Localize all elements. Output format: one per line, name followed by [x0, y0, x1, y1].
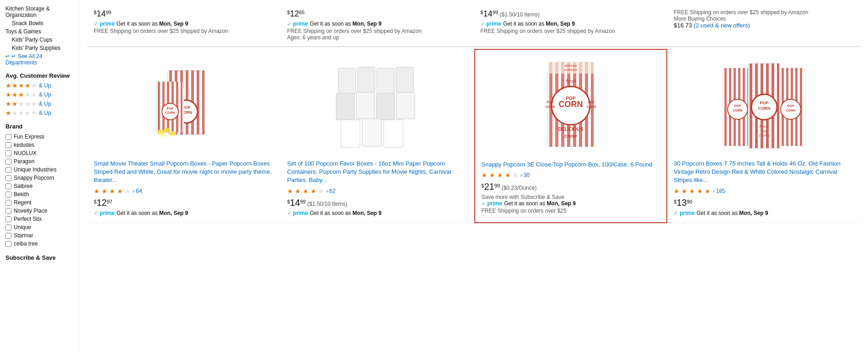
brand-checkbox-novelty-place[interactable] [5, 208, 11, 214]
svg-rect-44 [591, 62, 594, 147]
review-count-1[interactable]: › 64 [133, 188, 142, 194]
shipping-1: FREE Shipping on orders over $25 shipped… [94, 28, 274, 34]
svg-text:POP: POP [167, 107, 174, 110]
sidebar-category-toys[interactable]: Toys & Games [5, 27, 74, 36]
product-title-2[interactable]: Set of 100 Popcorn Favor Boxes - 16oz Mi… [287, 160, 468, 185]
svg-text:POP: POP [588, 101, 595, 104]
star-row-4[interactable]: ★ ★ ★ ★ ★ & Up [5, 82, 74, 89]
brand-checkbox-paragon[interactable] [5, 159, 11, 165]
brand-regent[interactable]: Regent [5, 198, 74, 207]
sidebar-category-kitchen[interactable]: Kitchen Storage & Organization [5, 5, 74, 19]
prime-badge-2: prime [293, 21, 308, 27]
brand-checkbox-regent[interactable] [5, 200, 11, 206]
brand-starmar[interactable]: Starmar [5, 231, 74, 240]
top-row: $1499 ✓ prime Get it as soon as Mon, Sep… [87, 5, 861, 47]
product-stars-1[interactable]: ★ ★ ★ ★ ★ › 64 [94, 187, 274, 195]
brand-checkbox-unique[interactable] [5, 225, 11, 230]
svg-rect-29 [336, 93, 354, 120]
brand-bekith[interactable]: Bekith [5, 190, 74, 198]
brand-checkbox-ceiba-tree[interactable] [5, 241, 11, 247]
star-h1: ★ [117, 187, 123, 195]
brand-fun-express[interactable]: Fun Express [5, 133, 74, 141]
svg-text:CORN: CORN [546, 105, 555, 108]
brand-unique-industries[interactable]: Unique Industries [5, 166, 74, 174]
brand-checkbox-starmar[interactable] [5, 233, 11, 239]
brand-nuolux[interactable]: NUOLUX [5, 149, 74, 157]
sidebar-category-cups[interactable]: Kids' Party Cups [5, 36, 74, 44]
star-e1: ★ [125, 187, 131, 195]
brand-checkbox-fun-express[interactable] [5, 134, 11, 140]
shipping-2: FREE Shipping on orders over $25 shipped… [287, 28, 468, 34]
and-up-3: & Up [39, 91, 51, 98]
svg-rect-34 [362, 119, 381, 146]
shipping-product-3: FREE Shipping on orders over $25 [482, 208, 660, 214]
brand-checkbox-bekith[interactable] [5, 192, 11, 198]
see-all-departments[interactable]: ↵ ↵ See All 24 Departments [5, 53, 74, 66]
prime-row-2: ✓ prime Get it as soon as Mon, Sep 9 [287, 21, 468, 27]
popcorn-image-1: POP CORN POP CORN [145, 57, 223, 153]
svg-text:Fresh: Fresh [759, 124, 769, 128]
review-count-3[interactable]: › 30 [520, 172, 530, 178]
popcorn-image-2 [329, 59, 425, 150]
brand-checkbox-unique-industries[interactable] [5, 167, 11, 173]
review-count-4[interactable]: › 185 [713, 188, 725, 194]
product-title-1[interactable]: Small Movie Theater Small Popcorn Boxes … [94, 160, 274, 185]
svg-rect-7 [202, 70, 204, 134]
product-stars-2[interactable]: ★ ★ ★ ★ ★ › 62 [287, 187, 468, 195]
svg-rect-6 [197, 70, 199, 134]
brand-paragon[interactable]: Paragon [5, 157, 74, 166]
sidebar: Kitchen Storage & Organization Snack Bow… [0, 0, 80, 353]
divider [87, 47, 861, 47]
prime-row-3: ✓ prime Get it as soon as Mon, Sep 9 [481, 21, 661, 27]
star-row-2[interactable]: ★ ★ ★ ★ ★ & Up [5, 100, 74, 107]
product-stars-4[interactable]: ★ ★ ★ ★ ★ › 185 [674, 187, 854, 195]
stars-2up: ★ ★ ★ ★ ★ [5, 100, 37, 107]
product-image-4: POP CORN POP CORN [674, 54, 854, 155]
svg-rect-25 [338, 68, 356, 93]
main-content: $1499 ✓ prime Get it as soon as Mon, Sep… [80, 0, 868, 353]
svg-text:CRISP: CRISP [564, 134, 577, 139]
star4: ★ [25, 82, 31, 89]
product-image-1: POP CORN POP CORN [94, 54, 274, 155]
brand-unique[interactable]: Unique [5, 223, 74, 231]
svg-rect-33 [341, 120, 360, 147]
more-buying-link[interactable]: (2 used & new offers) [694, 22, 750, 29]
brand-kedudes[interactable]: kedudes [5, 141, 74, 149]
review-count-2[interactable]: › 62 [326, 188, 336, 194]
stars-4up: ★ ★ ★ ★ ★ [5, 82, 37, 89]
brand-checkbox-nuolux[interactable] [5, 150, 11, 156]
brand-checkbox-kedudes[interactable] [5, 142, 11, 148]
prime-check-p4: ✓ [674, 210, 678, 216]
svg-text:CORN: CORN [166, 111, 175, 114]
star-row-3[interactable]: ★ ★ ★ ★ ★ & Up [5, 91, 74, 98]
brand-checkbox-snappy-popcorn[interactable] [5, 175, 11, 181]
shipping-3: FREE Shipping on orders over $25 shipped… [481, 28, 661, 34]
sidebar-category-supplies[interactable]: Kids' Party Supplies [5, 44, 74, 52]
brand-checkbox-salbree[interactable] [5, 183, 11, 189]
product-card-4: POP CORN POP CORN [667, 49, 861, 223]
product-title-4[interactable]: 30 Popcorn Boxes 7.75 Inches Tall & Hold… [674, 160, 854, 185]
product-title-3[interactable]: Snappy Popcorn 3E Close-Top Popcorn Box,… [482, 160, 660, 169]
svg-text:CORN: CORN [587, 105, 596, 108]
top-product-3: $1499 ($1.50/10 Items) ✓ prime Get it as… [474, 5, 668, 47]
brand-perfect-stix[interactable]: Perfect Stix [5, 215, 74, 223]
star-row-1[interactable]: ★ ★ ★ ★ ★ & Up [5, 109, 74, 117]
prime-product-2: ✓ prime Get it as soon as Mon, Sep 9 [287, 210, 468, 216]
product-stars-3[interactable]: ★ ★ ★ ★ ★ › 30 [482, 171, 660, 179]
prime-check-p1: ✓ [94, 210, 98, 216]
svg-text:delicious: delicious [564, 64, 577, 67]
svg-text:fresh: fresh [566, 79, 576, 84]
brand-novelty-place[interactable]: Novelty Place [5, 207, 74, 215]
popcorn-image-3: delicious nutritious fresh POP CORN POP … [534, 58, 607, 154]
brand-checkbox-perfect-stix[interactable] [5, 216, 11, 222]
product-card-3: delicious nutritious fresh POP CORN POP … [474, 49, 668, 223]
svg-text:CORN: CORN [758, 106, 770, 111]
brand-ceiba-tree[interactable]: ceiba tree [5, 240, 74, 248]
sidebar-category-snack[interactable]: Snack Bowls [5, 19, 74, 27]
brand-snappy-popcorn[interactable]: Snappy Popcorn [5, 174, 74, 182]
price-3: $1499 ($1.50/10 Items) [481, 9, 661, 19]
brand-salbree[interactable]: Salbree [5, 182, 74, 190]
price-product-3: $2199 ($0.23/Ounce) [482, 182, 660, 192]
save-text-3: Save more with Subscribe & Save [482, 194, 660, 200]
prime-check-p2: ✓ [287, 210, 291, 216]
